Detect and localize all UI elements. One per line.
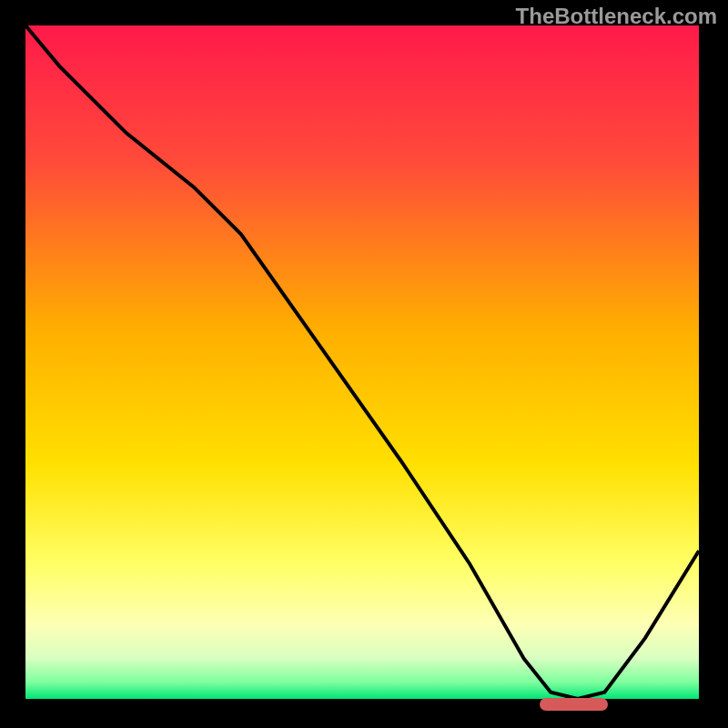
bottleneck-curve <box>25 25 699 699</box>
plot-area <box>25 25 703 703</box>
optimal-range-marker <box>540 698 607 711</box>
chart-container: TheBottleneck.com <box>0 0 728 728</box>
watermark-text: TheBottleneck.com <box>516 4 717 29</box>
curve-layer <box>25 25 699 699</box>
